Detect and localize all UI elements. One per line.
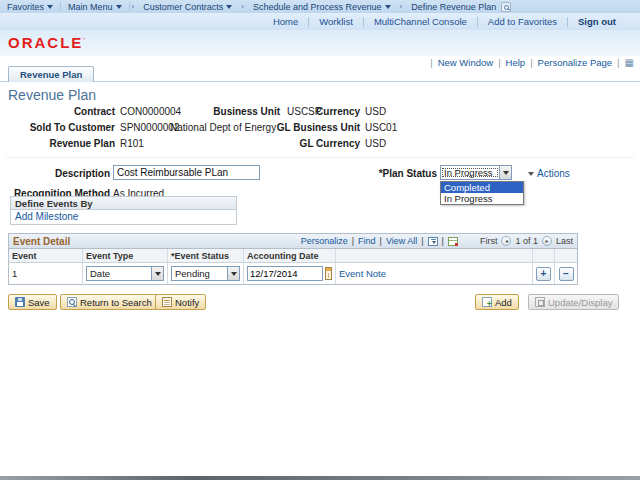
find-link[interactable]: Find xyxy=(358,236,376,246)
multichannel-console-link[interactable]: MultiChannel Console xyxy=(364,16,477,27)
dropdown-arrow-icon[interactable] xyxy=(227,267,239,280)
revenue-plan-page: Favorites Main Menu › Customer Contracts… xyxy=(0,0,640,480)
breadcrumb-separator: › xyxy=(398,2,405,11)
add-row-button[interactable]: + xyxy=(536,267,551,281)
sign-out-link[interactable]: Sign out xyxy=(568,16,626,27)
next-row-icon[interactable]: ▸ xyxy=(542,236,552,246)
event-note-link[interactable]: Event Note xyxy=(339,268,386,279)
tab-underline xyxy=(0,81,640,82)
breadcrumb-label: Define Revenue Plan xyxy=(411,2,496,12)
personalize-page-link[interactable]: Personalize Page xyxy=(538,57,612,68)
define-events-by-box: Define Events By Add Milestone xyxy=(10,196,237,225)
notify-button[interactable]: Notify xyxy=(155,294,206,310)
chevron-down-icon xyxy=(528,172,534,176)
breadcrumb-favorites[interactable]: Favorites xyxy=(0,2,60,12)
home-link[interactable]: Home xyxy=(263,16,308,27)
add-milestone-link[interactable]: Add Milestone xyxy=(15,211,78,222)
breadcrumb-label: Customer Contracts xyxy=(143,2,223,12)
update-display-icon xyxy=(535,297,545,307)
breadcrumb-separator: › xyxy=(239,2,246,11)
chevron-down-icon xyxy=(385,5,391,9)
column-header-blank xyxy=(533,249,555,262)
event-type-select[interactable]: Date xyxy=(86,266,164,281)
option-completed[interactable]: Completed xyxy=(441,182,523,193)
dropdown-arrow-icon[interactable] xyxy=(499,166,511,179)
previous-row-icon[interactable]: ◂ xyxy=(501,236,511,246)
column-header-blank xyxy=(336,249,533,262)
breadcrumb: Favorites Main Menu › Customer Contracts… xyxy=(0,0,640,13)
pagination-first-label: First xyxy=(480,236,498,246)
breadcrumb-main-menu[interactable]: Main Menu xyxy=(61,2,129,12)
event-status-value: Pending xyxy=(172,268,227,279)
event-type-cell: Date xyxy=(83,263,168,284)
breadcrumb-customer-contracts[interactable]: Customer Contracts xyxy=(136,2,239,12)
column-header-event: Event xyxy=(9,249,83,262)
save-button[interactable]: Save xyxy=(8,294,57,310)
pagination-last-label: Last xyxy=(556,236,573,246)
new-window-link[interactable]: New Window xyxy=(438,57,493,68)
gl-currency-value: USD xyxy=(365,138,386,149)
define-events-by-title: Define Events By xyxy=(11,197,236,210)
delete-row-button[interactable]: − xyxy=(559,267,574,281)
chevron-down-icon xyxy=(226,5,232,9)
table-row: 1 Date Pending Event Note xyxy=(9,263,577,284)
divider: | xyxy=(352,236,354,246)
layout-grid-icon[interactable]: ▦ xyxy=(625,58,634,68)
event-type-value: Date xyxy=(87,268,151,279)
accounting-date-cell xyxy=(244,263,336,284)
add-button[interactable]: Add xyxy=(475,294,519,310)
contract-label: Contract xyxy=(0,106,115,117)
add-label: Add xyxy=(495,297,512,308)
breadcrumb-schedule-process-revenue[interactable]: Schedule and Process Revenue xyxy=(246,2,398,12)
grid-toolbar: Personalize | Find | View All | | First … xyxy=(301,236,573,246)
sold-to-customer-label: Sold To Customer xyxy=(0,122,115,133)
event-status-select[interactable]: Pending xyxy=(171,266,240,281)
breadcrumb-separator: › xyxy=(130,2,137,11)
gl-business-unit-value: USC01 xyxy=(365,122,397,133)
form-row-1: Contract CON0000004 Business Unit USCSP … xyxy=(0,106,640,119)
global-nav: Home Worklist MultiChannel Console Add t… xyxy=(0,13,640,30)
worklist-link[interactable]: Worklist xyxy=(309,16,363,27)
search-icon[interactable] xyxy=(501,2,511,12)
divider: | xyxy=(617,57,619,68)
divider: | xyxy=(498,57,500,68)
save-label: Save xyxy=(28,297,50,308)
breadcrumb-label: Schedule and Process Revenue xyxy=(253,2,382,12)
plan-status-option-list: Completed In Progress xyxy=(440,181,524,205)
event-number: 1 xyxy=(9,263,83,284)
column-header-event-status: *Event Status xyxy=(168,249,244,262)
return-to-search-label: Return to Search xyxy=(80,297,152,308)
zoom-grid-icon[interactable] xyxy=(448,237,458,246)
gl-business-unit-label: GL Business Unit xyxy=(250,122,360,133)
breadcrumb-label: Favorites xyxy=(7,2,44,12)
divider: | xyxy=(380,236,382,246)
divider: | xyxy=(530,57,532,68)
add-to-favorites-link[interactable]: Add to Favorites xyxy=(478,16,567,27)
tab-revenue-plan[interactable]: Revenue Plan xyxy=(8,66,94,82)
window-edge xyxy=(0,476,640,480)
pagination-position: 1 of 1 xyxy=(515,236,538,246)
chevron-down-icon xyxy=(116,5,122,9)
accounting-date-input[interactable] xyxy=(247,266,323,281)
chevron-down-icon xyxy=(47,5,53,9)
plan-status-select[interactable]: In Progress xyxy=(440,165,512,180)
add-icon xyxy=(482,297,492,307)
page-title: Revenue Plan xyxy=(8,87,96,103)
personalize-link[interactable]: Personalize xyxy=(301,236,348,246)
actions-menu[interactable]: Actions xyxy=(528,168,570,179)
grid-column-headers: Event Event Type *Event Status Accountin… xyxy=(9,249,577,263)
plan-status-label: *Plan Status xyxy=(327,168,437,179)
description-input[interactable] xyxy=(113,165,260,180)
view-all-link[interactable]: View All xyxy=(386,236,417,246)
oracle-logo: ORACLE’ xyxy=(8,34,85,51)
breadcrumb-define-revenue-plan[interactable]: Define Revenue Plan xyxy=(404,2,518,12)
calendar-icon[interactable] xyxy=(325,267,332,280)
help-link[interactable]: Help xyxy=(506,57,526,68)
return-to-search-button[interactable]: Return to Search xyxy=(60,294,159,310)
divider: | xyxy=(430,57,432,68)
download-grid-icon[interactable] xyxy=(428,237,438,246)
form-row-3: Revenue Plan R101 GL Currency USD xyxy=(0,138,640,151)
option-in-progress[interactable]: In Progress xyxy=(441,193,523,204)
utility-links: | New Window | Help | Personalize Page |… xyxy=(430,57,634,68)
dropdown-arrow-icon[interactable] xyxy=(151,267,163,280)
